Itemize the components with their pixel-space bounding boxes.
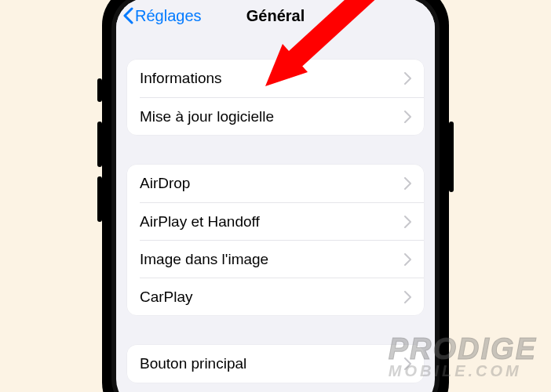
chevron-right-icon — [404, 72, 411, 85]
row-label: AirPlay et Handoff — [140, 213, 260, 230]
row-home-button[interactable]: Bouton principal — [127, 345, 424, 383]
chevron-right-icon — [404, 111, 411, 123]
row-label: Image dans l'image — [140, 251, 268, 268]
chevron-right-icon — [404, 177, 411, 190]
row-label: Mise à jour logicielle — [140, 108, 274, 125]
row-label: Informations — [140, 70, 222, 87]
chevron-left-icon — [122, 7, 133, 24]
row-software-update[interactable]: Mise à jour logicielle — [140, 97, 424, 135]
phone-frame: Réglages Général Informations Mise à jou… — [102, 0, 449, 392]
back-button[interactable]: Réglages — [122, 7, 202, 25]
phone-power-button — [449, 122, 454, 192]
phone-screen: Réglages Général Informations Mise à jou… — [116, 0, 435, 392]
row-airplay-handoff[interactable]: AirPlay et Handoff — [140, 202, 424, 240]
chevron-right-icon — [404, 216, 411, 228]
chevron-right-icon — [404, 358, 411, 370]
back-label: Réglages — [135, 7, 202, 25]
row-airdrop[interactable]: AirDrop — [127, 165, 424, 202]
row-label: Bouton principal — [140, 355, 246, 372]
phone-inner-frame: Réglages Général Informations Mise à jou… — [111, 0, 440, 392]
row-picture-in-picture[interactable]: Image dans l'image — [140, 240, 424, 278]
settings-group-connectivity: AirDrop AirPlay et Handoff Image dans l'… — [127, 165, 424, 315]
settings-group-system: Informations Mise à jour logicielle — [127, 60, 424, 135]
chevron-right-icon — [404, 291, 411, 303]
row-label: CarPlay — [140, 289, 193, 306]
chevron-right-icon — [404, 253, 411, 266]
settings-group-home-button: Bouton principal — [127, 345, 424, 383]
row-carplay[interactable]: CarPlay — [140, 278, 424, 315]
row-informations[interactable]: Informations — [127, 60, 424, 97]
settings-content: Informations Mise à jour logicielle AirD… — [116, 60, 435, 383]
nav-bar: Réglages Général — [116, 0, 435, 33]
row-label: AirDrop — [140, 175, 190, 192]
